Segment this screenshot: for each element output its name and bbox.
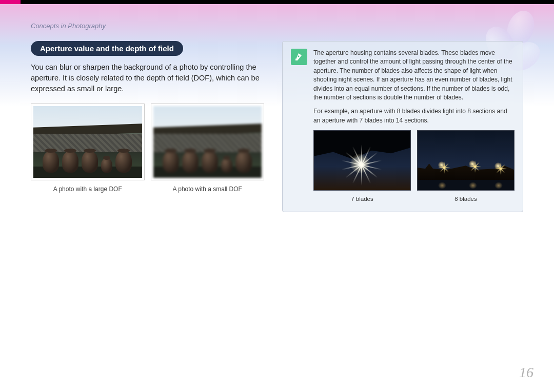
photo-small-dof — [151, 104, 265, 180]
caption-large-dof: A photo with a large DOF — [31, 185, 145, 193]
tip-box: The aperture housing contains several bl… — [282, 41, 523, 212]
dof-examples-row: A photo with a large DOF A photo with a … — [31, 104, 264, 193]
caption-7-blades: 7 blades — [313, 195, 411, 203]
photo-large-dof — [31, 104, 145, 180]
tip-paragraph-2: For example, an aperture with 8 blades d… — [313, 107, 515, 125]
breadcrumb: Concepts in Photography — [31, 22, 523, 30]
photo-8-blades — [417, 130, 515, 191]
intro-paragraph: You can blur or sharpen the background o… — [31, 62, 264, 94]
section-heading: Aperture value and the depth of field — [31, 41, 183, 56]
page-number: 16 — [519, 364, 533, 381]
caption-small-dof: A photo with a small DOF — [151, 185, 265, 193]
pen-nib-icon — [291, 49, 307, 65]
photo-7-blades — [313, 130, 411, 191]
svg-point-0 — [298, 56, 300, 57]
tip-paragraph-1: The aperture housing contains several bl… — [313, 49, 515, 102]
caption-8-blades: 8 blades — [417, 195, 515, 203]
top-bar — [0, 0, 554, 4]
